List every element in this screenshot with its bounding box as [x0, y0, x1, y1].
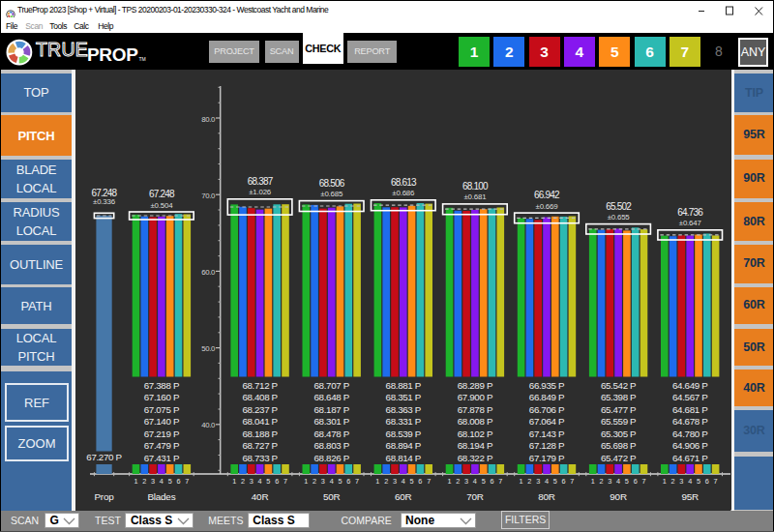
svg-text:68.408 P: 68.408 P	[242, 392, 278, 402]
svg-text:2: 2	[313, 477, 316, 486]
svg-text:±0.681: ±0.681	[463, 192, 486, 201]
svg-text:TRUE: TRUE	[36, 39, 88, 60]
svg-text:68.881 P: 68.881 P	[386, 380, 422, 391]
svg-text:±1.026: ±1.026	[249, 188, 272, 196]
svg-text:60R: 60R	[395, 491, 412, 502]
svg-text:68.826 P: 68.826 P	[313, 453, 349, 463]
svg-text:64.736: 64.736	[677, 207, 703, 218]
svg-text:±0.685: ±0.685	[320, 190, 343, 198]
svg-text:TM: TM	[139, 56, 146, 62]
svg-text:68.539 P: 68.539 P	[386, 429, 422, 439]
svg-text:3: 3	[151, 477, 155, 486]
svg-text:5: 5	[338, 477, 342, 486]
svg-text:1: 1	[591, 477, 595, 486]
svg-text:68.803 P: 68.803 P	[313, 440, 349, 451]
svg-text:90R: 90R	[610, 491, 627, 502]
svg-text:80R: 80R	[538, 491, 555, 502]
svg-text:7: 7	[283, 477, 287, 486]
svg-text:67.140 P: 67.140 P	[144, 416, 180, 427]
svg-text:95R: 95R	[681, 491, 699, 502]
svg-text:68.733 P: 68.733 P	[242, 453, 278, 463]
svg-text:64.671 P: 64.671 P	[672, 453, 708, 463]
svg-text:PROP: PROP	[87, 44, 138, 64]
svg-text:±0.336: ±0.336	[93, 197, 116, 206]
svg-text:67.160 P: 67.160 P	[144, 392, 180, 402]
svg-text:4: 4	[330, 477, 334, 486]
svg-text:50R: 50R	[323, 491, 341, 502]
svg-text:64.678 P: 64.678 P	[672, 416, 708, 427]
svg-text:68.363 P: 68.363 P	[386, 404, 422, 415]
svg-text:2: 2	[456, 477, 460, 486]
svg-text:68.322 P: 68.322 P	[458, 453, 493, 463]
svg-text:64.681 P: 64.681 P	[672, 404, 708, 415]
svg-text:68.894 P: 68.894 P	[386, 440, 422, 451]
svg-text:7: 7	[355, 477, 359, 486]
svg-text:67.248: 67.248	[92, 188, 118, 198]
svg-text:6: 6	[176, 477, 180, 486]
svg-text:68.289 P: 68.289 P	[458, 380, 493, 391]
svg-text:67.270 P: 67.270 P	[86, 452, 122, 462]
svg-text:3: 3	[250, 477, 253, 486]
svg-text:±0.647: ±0.647	[679, 219, 701, 227]
svg-text:64.567 P: 64.567 P	[672, 392, 708, 402]
svg-text:67.064 P: 67.064 P	[529, 416, 565, 427]
svg-text:67.179 P: 67.179 P	[529, 453, 565, 463]
svg-text:7: 7	[185, 477, 189, 486]
svg-text:68.194 P: 68.194 P	[458, 440, 493, 451]
svg-text:2: 2	[384, 477, 388, 486]
svg-text:5: 5	[410, 477, 414, 486]
svg-text:6: 6	[418, 477, 422, 486]
svg-text:4: 4	[160, 477, 164, 486]
svg-text:3: 3	[679, 477, 683, 486]
svg-text:68.351 P: 68.351 P	[386, 392, 422, 402]
svg-text:67.900 P: 67.900 P	[458, 392, 493, 402]
svg-text:67.388 P: 67.388 P	[144, 380, 180, 391]
svg-text:6: 6	[705, 477, 709, 486]
svg-text:±0.655: ±0.655	[608, 213, 631, 222]
svg-text:70.0: 70.0	[201, 192, 216, 200]
svg-text:65.398 P: 65.398 P	[601, 392, 637, 402]
svg-text:67.143 P: 67.143 P	[529, 429, 565, 439]
svg-text:67.128 P: 67.128 P	[529, 440, 565, 451]
svg-text:3: 3	[393, 477, 397, 486]
svg-text:5: 5	[482, 477, 486, 486]
svg-text:68.301 P: 68.301 P	[313, 416, 349, 427]
svg-text:64.780 P: 64.780 P	[672, 429, 708, 439]
svg-text:Prop: Prop	[94, 491, 114, 502]
svg-text:67.075 P: 67.075 P	[144, 404, 180, 415]
svg-text:3: 3	[321, 477, 325, 486]
svg-text:68.008 P: 68.008 P	[458, 416, 493, 427]
svg-text:65.502: 65.502	[606, 201, 632, 212]
svg-text:50.0: 50.0	[201, 344, 216, 353]
svg-text:70R: 70R	[466, 491, 484, 502]
svg-text:65.698 P: 65.698 P	[601, 440, 637, 451]
svg-text:68.102 P: 68.102 P	[458, 429, 493, 439]
svg-text:68.387: 68.387	[248, 176, 274, 187]
svg-text:65.542 P: 65.542 P	[601, 380, 637, 391]
svg-text:68.187 P: 68.187 P	[313, 404, 349, 415]
svg-text:4: 4	[258, 477, 262, 486]
svg-text:3: 3	[536, 477, 540, 486]
svg-text:65.477 P: 65.477 P	[601, 404, 637, 415]
svg-text:68.237 P: 68.237 P	[242, 404, 278, 415]
svg-text:5: 5	[625, 477, 629, 486]
svg-text:4: 4	[616, 477, 620, 486]
svg-text:1: 1	[304, 477, 308, 486]
svg-text:6: 6	[634, 477, 638, 486]
svg-text:1: 1	[663, 477, 667, 486]
svg-text:2: 2	[599, 477, 603, 486]
svg-text:67.248: 67.248	[149, 189, 175, 199]
svg-text:60.0: 60.0	[201, 268, 216, 277]
svg-text:2: 2	[241, 477, 245, 486]
svg-text:7: 7	[714, 477, 718, 486]
svg-text:2: 2	[142, 477, 146, 486]
svg-text:5: 5	[553, 477, 557, 486]
svg-text:68.100: 68.100	[462, 181, 489, 192]
svg-text:1: 1	[232, 477, 236, 486]
svg-text:68.727 P: 68.727 P	[242, 440, 278, 451]
svg-text:1: 1	[447, 477, 451, 486]
svg-text:6: 6	[275, 477, 279, 486]
svg-text:4: 4	[545, 477, 549, 486]
svg-text:3: 3	[464, 477, 468, 486]
svg-text:7: 7	[641, 477, 645, 486]
